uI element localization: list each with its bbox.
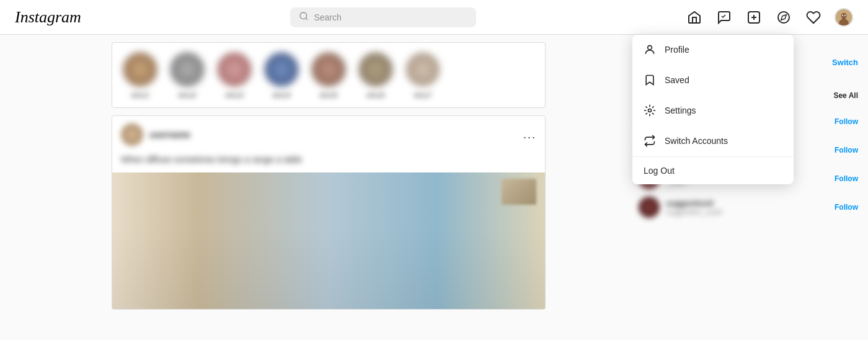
suggestion-item: suggestion4 suggestion_sub4 Follow — [639, 193, 868, 221]
profile-icon — [644, 43, 656, 56]
suggestion-avatar — [639, 197, 660, 218]
svg-point-19 — [648, 45, 652, 50]
dropdown-settings-label: Settings — [665, 105, 696, 115]
story-item[interactable]: story6 — [358, 51, 394, 99]
dropdown-saved-item[interactable]: Saved — [632, 65, 794, 96]
suggestion-name: suggestion4 — [666, 199, 753, 208]
story-label: story5 — [311, 91, 347, 99]
story-avatar — [358, 51, 394, 87]
post-username: username — [149, 130, 190, 140]
post-more-button[interactable]: ... — [523, 128, 536, 141]
post-thumbnail — [502, 179, 536, 205]
story-item[interactable]: story7 — [405, 51, 441, 99]
messenger-icon[interactable] — [715, 9, 733, 26]
svg-marker-6 — [781, 14, 786, 19]
svg-point-12 — [842, 17, 846, 19]
post-card: username ... When diffuse sometimes brin… — [112, 115, 546, 310]
follow-button[interactable]: Follow — [835, 203, 858, 212]
search-input[interactable] — [314, 12, 467, 22]
dropdown-logout-label: Log Out — [644, 166, 675, 176]
post-user[interactable]: username — [121, 123, 190, 146]
svg-point-11 — [844, 14, 846, 16]
story-label: story7 — [405, 91, 441, 99]
instagram-logo[interactable]: Instagram — [15, 8, 81, 27]
dropdown-logout-item[interactable]: Log Out — [632, 157, 794, 184]
story-item[interactable]: story4 — [264, 51, 299, 99]
story-avatar — [264, 51, 299, 87]
story-item[interactable]: story1 — [122, 51, 158, 99]
avatar-button[interactable] — [835, 8, 853, 27]
svg-line-1 — [306, 18, 308, 20]
story-label: story1 — [122, 91, 158, 99]
story-avatar — [311, 51, 347, 87]
story-item[interactable]: story2 — [169, 51, 205, 99]
post-avatar — [121, 123, 143, 146]
story-item[interactable]: story5 — [311, 51, 347, 99]
story-label: story2 — [169, 91, 205, 99]
navbar: Instagram — [0, 0, 868, 35]
settings-icon — [644, 104, 656, 117]
dropdown-switch-label: Switch Accounts — [665, 136, 728, 146]
svg-point-0 — [300, 12, 307, 19]
create-icon[interactable] — [745, 9, 763, 26]
story-avatar — [216, 51, 252, 87]
home-icon[interactable] — [686, 9, 703, 26]
dropdown-settings-item[interactable]: Settings — [632, 96, 794, 126]
notifications-icon[interactable] — [805, 9, 822, 26]
story-avatar — [169, 51, 205, 87]
suggestion-info: suggestion4 suggestion_sub4 — [666, 199, 828, 217]
suggestion-sub: suggestion_sub4 — [666, 208, 753, 217]
dropdown-profile-item[interactable]: Profile — [632, 35, 794, 65]
story-item[interactable]: story3 — [216, 51, 252, 99]
svg-point-20 — [649, 109, 652, 112]
dropdown-menu: Profile Saved Settings Switch Ac — [632, 35, 794, 184]
svg-point-10 — [842, 14, 843, 16]
post-image-inner — [112, 172, 545, 309]
story-label: story3 — [216, 91, 252, 99]
post-caption: When diffuse sometimes brings a range a … — [112, 153, 545, 172]
nav-icons — [686, 8, 853, 27]
dropdown-saved-label: Saved — [665, 75, 689, 85]
switch-icon — [644, 135, 656, 147]
svg-point-5 — [778, 12, 789, 23]
see-all-button[interactable]: See All — [833, 91, 858, 100]
story-avatar — [405, 51, 441, 87]
story-label: story4 — [264, 91, 299, 99]
search-icon — [299, 11, 309, 24]
story-label: story6 — [358, 91, 394, 99]
search-bar[interactable] — [290, 7, 476, 27]
story-avatar — [122, 51, 158, 87]
post-header: username ... — [112, 116, 545, 153]
post-image — [112, 172, 545, 309]
follow-button[interactable]: Follow — [835, 174, 858, 183]
dropdown-profile-label: Profile — [665, 45, 689, 55]
stories-bar: story1 story2 story3 story4 story5 story… — [112, 42, 546, 108]
explore-icon[interactable] — [775, 9, 792, 26]
saved-icon — [644, 74, 656, 86]
feed-area: story1 story2 story3 story4 story5 story… — [0, 35, 626, 340]
follow-button[interactable]: Follow — [835, 146, 858, 154]
dropdown-switch-item[interactable]: Switch Accounts — [632, 126, 794, 156]
sidebar-switch-button[interactable]: Switch — [832, 58, 858, 67]
follow-button[interactable]: Follow — [835, 117, 858, 126]
